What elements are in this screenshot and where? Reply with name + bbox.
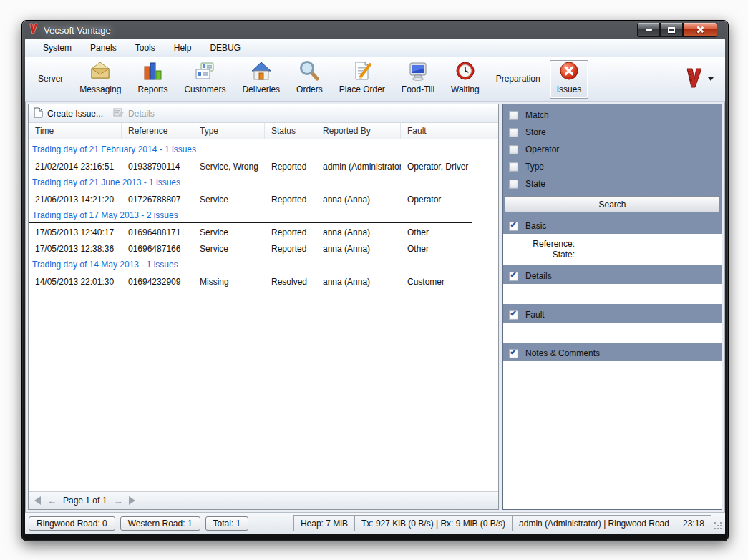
create-issue-button[interactable]: Create Issue...	[34, 107, 103, 120]
maximize-button[interactable]	[660, 23, 683, 37]
first-page-icon	[34, 496, 41, 505]
reports-icon	[141, 59, 164, 82]
table-header: Time Reference Type Status Reported By F…	[29, 123, 498, 139]
column-header-time[interactable]: Time	[29, 123, 122, 139]
section-basic-header: Basic	[503, 218, 722, 234]
table-group: Trading day of 17 May 2013 - 2 issues 17…	[29, 209, 498, 256]
details-button[interactable]: Details	[113, 107, 155, 119]
toolbar-item-customers[interactable]: Customers	[177, 60, 233, 99]
notes-comments-checkbox[interactable]	[509, 349, 518, 358]
details-checkbox[interactable]	[509, 272, 518, 281]
close-button[interactable]	[683, 23, 717, 37]
toolbar-item-preparation[interactable]: Preparation	[489, 60, 548, 99]
filter-operator: Operator	[503, 141, 722, 158]
table-group: Trading day of 21 June 2013 - 1 issues 2…	[29, 176, 498, 207]
messaging-icon	[89, 59, 112, 82]
search-button[interactable]: Search	[505, 196, 720, 212]
statusbar: Ringwood Road: 0 Western Road: 1 Total: …	[25, 512, 725, 534]
first-page-button[interactable]	[34, 496, 41, 505]
details-icon	[113, 107, 124, 119]
column-header-fault[interactable]: Fault	[401, 123, 472, 139]
user-store-status: admin (Administrator) | Ringwood Road	[512, 515, 676, 531]
table-group: Trading day of 21 February 2014 - 1 issu…	[29, 143, 498, 174]
toolbar-item-food-till[interactable]: Food-Till	[394, 60, 442, 99]
network-status: Tx: 927 KiB (0 B/s) | Rx: 9 MiB (0 B/s)	[354, 515, 513, 531]
orders-icon	[298, 59, 321, 82]
pagination-bar: Page 1 of 1	[29, 491, 498, 509]
menu-tools[interactable]: Tools	[126, 40, 165, 56]
match-checkbox[interactable]	[509, 111, 518, 120]
ringwood-road-button[interactable]: Ringwood Road: 0	[29, 516, 115, 531]
section-details-header: Details	[503, 268, 722, 284]
table-row[interactable]: 17/05/2013 12:38:36 01696487166 Service …	[29, 240, 498, 256]
group-header[interactable]: Trading day of 21 June 2013 - 1 issues	[29, 176, 472, 190]
menu-panels[interactable]: Panels	[81, 40, 126, 56]
basic-checkbox[interactable]	[509, 222, 518, 231]
column-header-status[interactable]: Status	[265, 123, 316, 139]
reference-field-label: Reference:	[503, 239, 575, 250]
vantage-logo-icon	[685, 67, 704, 92]
window-title: Vecsoft Vantage	[44, 25, 111, 36]
vantage-logo-button[interactable]	[685, 67, 719, 92]
toolbar-item-deliveries[interactable]: Deliveries	[235, 60, 287, 99]
type-checkbox[interactable]	[509, 162, 518, 172]
group-header[interactable]: Trading day of 21 February 2014 - 1 issu…	[29, 143, 472, 157]
table-row[interactable]: 14/05/2013 22:01:30 01694232909 Missing …	[29, 272, 498, 289]
last-page-button[interactable]	[129, 496, 135, 505]
issues-icon	[558, 59, 581, 82]
western-road-button[interactable]: Western Road: 1	[120, 516, 200, 531]
state-checkbox[interactable]	[509, 180, 518, 189]
food-till-icon	[407, 59, 429, 82]
toolbar-item-place-order[interactable]: Place Order	[332, 60, 392, 99]
store-checkbox[interactable]	[509, 128, 518, 137]
total-button[interactable]: Total: 1	[205, 516, 249, 531]
toolbar-item-orders[interactable]: Orders	[289, 60, 330, 99]
next-page-button[interactable]	[113, 496, 122, 506]
heap-status: Heap: 7 MiB	[293, 515, 355, 531]
filter-match: Match	[503, 107, 722, 124]
group-header[interactable]: Trading day of 14 May 2013 - 1 issues	[29, 258, 472, 272]
state-field-label: State:	[503, 250, 575, 260]
column-header-reported-by[interactable]: Reported By	[316, 123, 401, 139]
minimize-button[interactable]	[637, 23, 660, 37]
toolbar: Server Messaging	[25, 57, 725, 102]
filter-panel: Match Store Operator Type State	[502, 104, 722, 510]
deliveries-icon	[250, 59, 273, 82]
resize-grip[interactable]	[714, 521, 723, 531]
menu-debug[interactable]: DEBUG	[200, 40, 250, 56]
window-body: System Panels Tools Help DEBUG Server Me…	[25, 39, 725, 534]
minimize-icon	[646, 29, 652, 31]
dropdown-caret-icon	[708, 77, 714, 81]
clock-status: 23:18	[676, 515, 711, 531]
issue-actions-toolbar: Create Issue... Details	[29, 104, 498, 123]
fault-checkbox[interactable]	[509, 310, 518, 320]
main-content: Create Issue... Details	[25, 102, 725, 512]
column-header-reference[interactable]: Reference	[122, 123, 193, 139]
last-page-icon	[129, 496, 135, 505]
close-icon	[696, 26, 704, 34]
previous-page-button[interactable]	[47, 496, 57, 506]
toolbar-item-reports[interactable]: Reports	[130, 60, 175, 99]
table-group: Trading day of 14 May 2013 - 1 issues 14…	[29, 258, 498, 289]
menu-help[interactable]: Help	[165, 40, 201, 56]
titlebar[interactable]: Vecsoft Vantage	[22, 21, 728, 39]
filter-type: Type	[503, 158, 722, 175]
issues-list-panel: Create Issue... Details	[28, 104, 499, 510]
toolbar-item-messaging[interactable]: Messaging	[72, 60, 128, 99]
toolbar-item-server[interactable]: Server	[31, 60, 70, 99]
toolbar-item-issues[interactable]: Issues	[550, 60, 589, 99]
section-details-content	[503, 284, 722, 304]
menu-system[interactable]: System	[34, 40, 81, 56]
group-header[interactable]: Trading day of 17 May 2013 - 2 issues	[29, 209, 472, 223]
section-notes-content	[503, 361, 722, 509]
column-header-filler	[472, 123, 498, 139]
issues-table: Trading day of 21 February 2014 - 1 issu…	[29, 139, 498, 491]
table-row[interactable]: 17/05/2013 12:40:17 01696488171 Service …	[29, 223, 498, 240]
table-row[interactable]: 21/02/2014 23:16:51 01938790114 Service,…	[29, 157, 498, 174]
column-header-type[interactable]: Type	[193, 123, 265, 139]
section-basic-content: Reference: State:	[503, 234, 722, 265]
filter-state: State	[503, 175, 722, 192]
table-row[interactable]: 21/06/2013 14:21:20 01726788807 Service …	[29, 190, 498, 207]
operator-checkbox[interactable]	[509, 145, 518, 154]
toolbar-item-waiting[interactable]: Waiting	[444, 60, 487, 99]
